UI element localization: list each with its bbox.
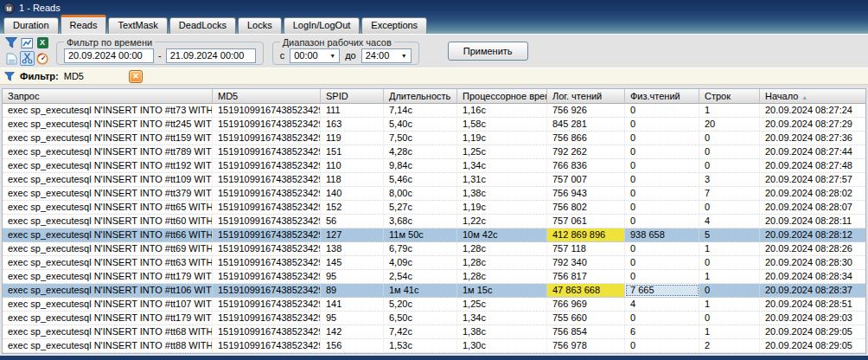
cell-md5[interactable]: 15191099167438523429 bbox=[213, 325, 321, 338]
cell-physical-reads[interactable]: 0 bbox=[625, 145, 699, 158]
cell-start[interactable]: 20.09.2024 08:28:11 bbox=[760, 215, 865, 228]
cell-start[interactable]: 20.09.2024 08:28:34 bbox=[760, 270, 865, 283]
column-header-md5[interactable]: MD5 bbox=[213, 89, 321, 104]
cell-md5[interactable]: 15191099167438523429 bbox=[213, 145, 321, 158]
cell-spid[interactable]: 140 bbox=[321, 187, 384, 200]
cell-start[interactable]: 20.09.2024 08:28:12 bbox=[760, 228, 865, 241]
cell-md5[interactable]: 15191099167438523429 bbox=[213, 298, 321, 311]
cell-duration[interactable]: 4,09с bbox=[384, 256, 457, 269]
table-row[interactable]: exec sp_executesql N'INSERT INTO #tt192 … bbox=[3, 159, 865, 173]
cell-md5[interactable]: 15191099167438523429 bbox=[213, 228, 321, 241]
cell-query[interactable]: exec sp_executesql N'INSERT INTO #tt179 … bbox=[3, 270, 213, 283]
cell-spid[interactable]: 89 bbox=[321, 284, 384, 297]
cell-spid[interactable]: 156 bbox=[321, 339, 384, 352]
cell-start[interactable]: 20.09.2024 08:28:02 bbox=[760, 187, 865, 200]
cell-duration[interactable]: 6,50с bbox=[384, 312, 457, 325]
cell-duration[interactable]: 11м 50с bbox=[384, 228, 457, 241]
table-row[interactable]: exec sp_executesql N'INSERT INTO #tt60 W… bbox=[3, 215, 865, 228]
table-row[interactable]: exec sp_executesql N'INSERT INTO #tt66 W… bbox=[3, 228, 865, 242]
table-row[interactable]: exec sp_executesql N'INSERT INTO #tt245 … bbox=[3, 118, 865, 132]
cell-physical-reads[interactable]: 7 665 bbox=[625, 284, 699, 297]
cell-query[interactable]: exec sp_executesql N'INSERT INTO #tt159 … bbox=[3, 132, 213, 145]
cell-rows[interactable]: 5 bbox=[699, 228, 760, 241]
cell-rows[interactable]: 1 bbox=[699, 298, 760, 311]
tab-exceptions[interactable]: Exceptions bbox=[361, 17, 427, 34]
cell-physical-reads[interactable]: 0 bbox=[625, 173, 699, 186]
cell-cpu-time[interactable]: 1,19с bbox=[457, 201, 547, 214]
cell-rows[interactable]: 1 bbox=[699, 104, 760, 117]
cell-duration[interactable]: 1,53с bbox=[384, 339, 457, 352]
tab-reads[interactable]: Reads bbox=[61, 15, 107, 34]
table-row[interactable]: exec sp_executesql N'INSERT INTO #tt109 … bbox=[3, 173, 865, 187]
cell-spid[interactable]: 110 bbox=[321, 159, 384, 172]
cell-cpu-time[interactable]: 1,25с bbox=[457, 298, 547, 311]
cell-duration[interactable]: 5,46с bbox=[384, 173, 457, 186]
cell-cpu-time[interactable]: 1,58с bbox=[457, 118, 547, 131]
table-row[interactable]: exec sp_executesql N'INSERT INTO #tt68 W… bbox=[3, 325, 865, 339]
cell-start[interactable]: 20.09.2024 08:29:05 bbox=[760, 325, 865, 338]
cell-rows[interactable]: 1 bbox=[699, 242, 760, 255]
cell-md5[interactable]: 15191099167438523429 bbox=[213, 312, 321, 325]
cell-cpu-time[interactable]: 1,22с bbox=[457, 215, 547, 228]
table-row[interactable]: exec sp_executesql N'INSERT INTO #tt73 W… bbox=[3, 104, 865, 118]
cell-logical-reads[interactable]: 47 863 668 bbox=[547, 284, 625, 297]
cell-start[interactable]: 20.09.2024 08:27:36 bbox=[760, 132, 865, 145]
cell-physical-reads[interactable]: 4 bbox=[625, 298, 699, 311]
cell-physical-reads[interactable]: 0 bbox=[625, 104, 699, 117]
cell-spid[interactable]: 142 bbox=[321, 325, 384, 338]
cell-duration[interactable]: 9,84с bbox=[384, 159, 457, 172]
cell-query[interactable]: exec sp_executesql N'INSERT INTO #tt60 W… bbox=[3, 215, 213, 228]
cell-rows[interactable]: 1 bbox=[699, 270, 760, 283]
cell-physical-reads[interactable]: 0 bbox=[625, 256, 699, 269]
cell-rows[interactable]: 1 bbox=[699, 325, 760, 338]
table-row[interactable]: exec sp_executesql N'INSERT INTO #tt379 … bbox=[3, 187, 865, 201]
cell-query[interactable]: exec sp_executesql N'INSERT INTO #tt66 W… bbox=[3, 228, 213, 241]
cell-rows[interactable]: 20 bbox=[699, 118, 760, 131]
cell-physical-reads[interactable]: 0 bbox=[625, 339, 699, 352]
cell-physical-reads[interactable]: 0 bbox=[625, 118, 699, 131]
table-row[interactable]: exec sp_executesql N'INSERT INTO #tt789 … bbox=[3, 145, 865, 159]
cell-rows[interactable]: 7 bbox=[699, 187, 760, 200]
date-to-input[interactable] bbox=[166, 48, 256, 63]
cell-duration[interactable]: 3,68с bbox=[384, 215, 457, 228]
chart-icon[interactable] bbox=[20, 35, 35, 50]
cell-duration[interactable]: 6,79с bbox=[384, 242, 457, 255]
cell-logical-reads[interactable]: 845 281 bbox=[547, 118, 625, 131]
cell-logical-reads[interactable]: 792 262 bbox=[547, 145, 625, 158]
cell-query[interactable]: exec sp_executesql N'INSERT INTO #tt73 W… bbox=[3, 104, 213, 117]
cell-query[interactable]: exec sp_executesql N'INSERT INTO #tt65 W… bbox=[3, 201, 213, 214]
cell-logical-reads[interactable]: 412 869 896 bbox=[547, 228, 625, 241]
cell-cpu-time[interactable]: 1,34с bbox=[457, 159, 547, 172]
cell-cpu-time[interactable]: 1,28с bbox=[457, 256, 547, 269]
cell-spid[interactable]: 141 bbox=[321, 298, 384, 311]
cell-rows[interactable]: 0 bbox=[699, 284, 760, 297]
cell-logical-reads[interactable]: 757 061 bbox=[547, 215, 625, 228]
cell-spid[interactable]: 152 bbox=[321, 201, 384, 214]
hours-to-select[interactable]: 24:00 ▼ bbox=[361, 48, 412, 63]
table-row[interactable]: exec sp_executesql N'INSERT INTO #tt88 W… bbox=[3, 339, 865, 353]
cell-logical-reads[interactable]: 756 943 bbox=[547, 187, 625, 200]
cell-spid[interactable]: 95 bbox=[321, 312, 384, 325]
filter-close-button[interactable]: ✕ bbox=[129, 70, 143, 83]
cut-icon[interactable] bbox=[20, 51, 35, 66]
cell-spid[interactable]: 127 bbox=[321, 228, 384, 241]
cell-logical-reads[interactable]: 756 926 bbox=[547, 104, 625, 117]
cell-spid[interactable]: 163 bbox=[321, 118, 384, 131]
table-row[interactable]: exec sp_executesql N'INSERT INTO #tt69 W… bbox=[3, 242, 865, 256]
cell-spid[interactable]: 56 bbox=[321, 215, 384, 228]
cell-query[interactable]: exec sp_executesql N'INSERT INTO #tt68 W… bbox=[3, 325, 213, 338]
cell-md5[interactable]: 15191099167438523429 bbox=[213, 339, 321, 352]
cell-rows[interactable]: 0 bbox=[699, 201, 760, 214]
cell-start[interactable]: 20.09.2024 08:27:24 bbox=[760, 104, 865, 117]
cell-start[interactable]: 20.09.2024 08:27:48 bbox=[760, 159, 865, 172]
cell-duration[interactable]: 5,27с bbox=[384, 201, 457, 214]
cell-logical-reads[interactable]: 756 866 bbox=[547, 132, 625, 145]
cell-cpu-time[interactable]: 1,19с bbox=[457, 132, 547, 145]
cell-logical-reads[interactable]: 755 660 bbox=[547, 312, 625, 325]
cell-rows[interactable]: 0 bbox=[699, 256, 760, 269]
cell-logical-reads[interactable]: 757 118 bbox=[547, 242, 625, 255]
cell-start[interactable]: 20.09.2024 08:28:30 bbox=[760, 256, 865, 269]
save-icon[interactable] bbox=[4, 51, 19, 66]
cell-cpu-time[interactable]: 10м 42с bbox=[457, 228, 547, 241]
table-row[interactable]: exec sp_executesql N'INSERT INTO #tt179 … bbox=[3, 270, 865, 284]
